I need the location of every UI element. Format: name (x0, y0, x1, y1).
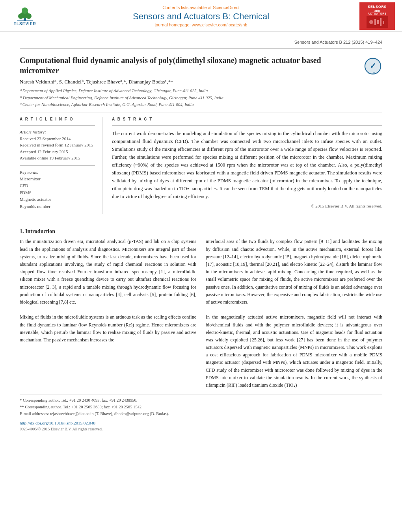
article-info: A R T I C L E I N F O Article history: R… (20, 117, 102, 214)
keyword-0: Micromixer (20, 176, 95, 183)
affiliation-c: ᶜ Center for Nanobioscience, Agharkar Re… (20, 101, 382, 108)
journal-header: ELSEVIER Contents lists available at Sci… (0, 0, 402, 32)
keywords-title: Keywords: (20, 170, 95, 174)
article-container: Sensors and Actuators B 212 (2015) 419–4… (0, 32, 402, 439)
sciencedirect-link: Contents lists available at ScienceDirec… (43, 5, 359, 10)
article-title-section: Computational fluid dynamic analysis of … (20, 55, 382, 76)
abstract-copyright: © 2015 Elsevier B.V. All rights reserved… (112, 204, 382, 208)
sensors-logo-line2: and (374, 9, 380, 12)
intro-col1-text: In the miniaturization driven era, micro… (20, 238, 196, 344)
svg-rect-11 (383, 21, 384, 24)
keyword-3: Magnetic actuator (20, 196, 95, 203)
crossmark-icon[interactable]: ✓ CrossMark (363, 57, 382, 76)
affiliation-b: ᵇ Department of Mechanical Engineering, … (20, 95, 382, 101)
received-date: Received 23 September 2014 (20, 135, 95, 142)
sensors-logo-line3: ACTUATORS (368, 12, 387, 15)
accepted-date: Accepted 12 February 2015 (20, 148, 95, 155)
reference-line: Sensors and Actuators B 212 (2015) 419–4… (20, 40, 382, 44)
keyword-2: PDMS (20, 189, 95, 196)
svg-text:✓: ✓ (370, 61, 376, 70)
history-title: Article history: (20, 130, 95, 134)
elsevier-text: ELSEVIER (13, 22, 36, 26)
svg-point-3 (26, 13, 32, 19)
svg-point-4 (22, 7, 28, 14)
article-history: Article history: Received 23 September 2… (20, 130, 95, 161)
svg-rect-8 (374, 19, 376, 25)
introduction-columns: In the miniaturization driven era, micro… (20, 238, 382, 389)
doi-link[interactable]: http://dx.doi.org/10.1016/j.snb.2015.02.… (20, 421, 382, 425)
introduction-col1: In the miniaturization driven era, micro… (20, 238, 196, 389)
journal-title-header: Sensors and Actuators B: Chemical (43, 11, 359, 22)
intro-col2-text: interfacial area of the two fluids by co… (206, 238, 382, 389)
doi-section: http://dx.doi.org/10.1016/j.snb.2015.02.… (20, 421, 382, 431)
article-info-label: A R T I C L E I N F O (20, 117, 95, 121)
footnotes: * Corresponding author. Tel.: +91 20 243… (20, 395, 382, 417)
abstract-section: A B S T R A C T The current work demonst… (112, 117, 382, 214)
received-revised-date: Received in revised form 12 January 2015 (20, 142, 95, 148)
sensors-logo-box: SENSORS and ACTUATORS (359, 2, 395, 30)
svg-rect-10 (380, 18, 382, 26)
sensors-logo-image (367, 16, 388, 28)
journal-homepage: journal homepage: www.elsevier.com/locat… (43, 22, 359, 27)
introduction-heading: 1. Introduction (20, 228, 382, 235)
footnote-star1: * Corresponding author. Tel.: +91 20 243… (20, 397, 382, 404)
header-center: Contents lists available at ScienceDirec… (43, 5, 359, 27)
sensors-logo-line1: SENSORS (368, 5, 387, 9)
abstract-label: A B S T R A C T (112, 117, 382, 121)
svg-point-2 (18, 13, 24, 19)
svg-point-7 (369, 20, 373, 24)
copyright-footer: 0925-4005/© 2015 Elsevier B.V. All right… (20, 427, 382, 431)
svg-text:CrossMark: CrossMark (368, 72, 378, 74)
affiliation-a: ᵃ Department of Applied Physics, Defence… (20, 87, 382, 94)
keywords-group: Keywords: Micromixer CFD PDMS Magnetic a… (20, 170, 95, 210)
authors-text: Naresh Veldurthiᵃ, S. Chandelᵇ, Tejashre… (20, 79, 173, 85)
footnote-email: E-mail addresses: tejashreebhave@diat.ac… (20, 411, 382, 417)
keyword-4: Reynolds number (20, 203, 95, 210)
abstract-text: The current work demonstrates the modeli… (112, 130, 382, 200)
info-abstract-section: A R T I C L E I N F O Article history: R… (20, 117, 382, 214)
keyword-1: CFD (20, 182, 95, 189)
introduction-section: 1. Introduction In the miniaturization d… (20, 228, 382, 389)
elsevier-logo: ELSEVIER (7, 6, 43, 27)
available-date: Available online 19 February 2015 (20, 155, 95, 161)
svg-rect-9 (377, 20, 379, 24)
affiliations: ᵃ Department of Applied Physics, Defence… (20, 87, 382, 108)
introduction-col2: interfacial area of the two fluids by co… (206, 238, 382, 389)
authors-line: Naresh Veldurthiᵃ, S. Chandelᵇ, Tejashre… (20, 79, 382, 85)
article-title: Computational fluid dynamic analysis of … (20, 55, 343, 76)
footnote-star2: ** Corresponding author. Tel.: +91 20 25… (20, 404, 382, 411)
